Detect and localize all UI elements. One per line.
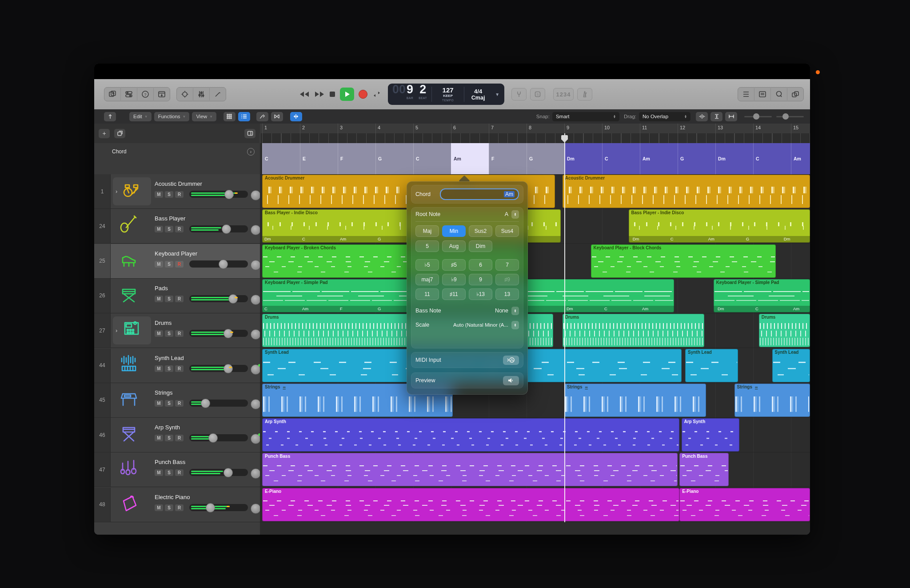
- chord-cell[interactable]: Am: [451, 143, 489, 174]
- chord-extension-button[interactable]: ♭9: [442, 274, 466, 285]
- loop-browser-icon[interactable]: [770, 88, 787, 100]
- record-button[interactable]: [359, 90, 367, 99]
- lcd-chevron-icon[interactable]: ▼: [492, 92, 503, 97]
- track-lane[interactable]: DrumsDrumsDrums: [260, 313, 810, 348]
- horizontal-zoom-icon[interactable]: [725, 112, 737, 121]
- bar-ruler[interactable]: 123456789101112131415: [260, 124, 810, 144]
- rewind-icon[interactable]: [299, 91, 310, 98]
- record-enable-button[interactable]: R: [175, 365, 184, 372]
- volume-fader[interactable]: [189, 434, 248, 441]
- mute-button[interactable]: M: [155, 261, 163, 268]
- record-enable-button[interactable]: R: [175, 400, 184, 407]
- pan-knob[interactable]: [251, 329, 261, 340]
- waveform-zoom-icon[interactable]: [696, 112, 708, 121]
- view-menu[interactable]: View∨: [192, 112, 216, 121]
- track-name[interactable]: Strings: [155, 389, 172, 396]
- mute-button[interactable]: M: [155, 365, 163, 372]
- track-name[interactable]: Pads: [155, 285, 168, 292]
- track-disclosure-icon[interactable]: ›: [116, 327, 117, 334]
- track-name[interactable]: Acoustic Drummer: [155, 180, 202, 187]
- track-name[interactable]: Arp Synth: [155, 424, 180, 431]
- pan-knob[interactable]: [251, 399, 261, 409]
- chord-cell[interactable]: G: [375, 143, 414, 174]
- track-lane[interactable]: Synth LeadSynth LeadSynth Lead: [260, 348, 810, 383]
- track-header[interactable]: 45 Strings M S R: [94, 383, 260, 418]
- library-icon[interactable]: [104, 88, 120, 100]
- midi-input-icon[interactable]: [503, 356, 519, 365]
- track-header[interactable]: 46 Arp Synth M S R: [94, 418, 260, 452]
- track-header[interactable]: 1 Acoustic Drummer M S R ›: [94, 174, 260, 209]
- chord-extension-button[interactable]: ♯5: [442, 259, 466, 271]
- track-lane[interactable]: Keyboard Player - Simple PadCAmFGDmCAmKe…: [260, 279, 810, 313]
- low-latency-icon[interactable]: [104, 112, 116, 121]
- scale-stepper[interactable]: ▲▼: [511, 321, 519, 329]
- chord-cell[interactable]: F: [338, 143, 376, 174]
- chord-extension-button[interactable]: ♯9: [495, 274, 519, 285]
- functions-menu[interactable]: Functions∨: [154, 112, 190, 121]
- chord-quality-button[interactable]: Maj: [415, 225, 439, 237]
- marquee-tool-icon[interactable]: [271, 112, 283, 121]
- record-enable-button[interactable]: R: [175, 469, 184, 476]
- chord-cell-selected[interactable]: C: [602, 143, 640, 174]
- pan-knob[interactable]: [251, 504, 261, 514]
- track-lane[interactable]: E-PianoE-Piano: [260, 488, 810, 522]
- chord-cell[interactable]: E: [300, 143, 338, 174]
- volume-fader[interactable]: [189, 400, 248, 407]
- region[interactable]: Drums: [759, 314, 810, 347]
- region[interactable]: Acoustic Drummer: [563, 175, 810, 208]
- chord-cell-selected[interactable]: G: [678, 143, 716, 174]
- solo-button[interactable]: S: [165, 261, 173, 268]
- mute-button[interactable]: M: [155, 504, 163, 511]
- chord-cell[interactable]: F: [489, 143, 527, 174]
- chord-extension-button[interactable]: 6: [469, 259, 492, 271]
- root-note-stepper[interactable]: ▲▼: [511, 210, 519, 219]
- record-enable-button[interactable]: R: [175, 296, 184, 302]
- fader-thumb[interactable]: [219, 260, 228, 269]
- track-header[interactable]: 25 Keyboard Player M S R: [94, 244, 260, 279]
- solo-button[interactable]: S: [165, 469, 173, 476]
- track-lane[interactable]: Punch BassPunch Bass: [260, 452, 810, 487]
- region[interactable]: Synth Lead: [772, 349, 810, 382]
- chord-quality-button[interactable]: Min: [442, 225, 466, 237]
- solo-button[interactable]: S: [165, 191, 173, 198]
- track-lane[interactable]: Keyboard Player - Broken ChordsKeyboard …: [260, 244, 810, 279]
- fader-thumb[interactable]: [224, 468, 233, 477]
- solo-button[interactable]: S: [165, 400, 173, 407]
- region[interactable]: Drums: [563, 314, 704, 347]
- horizontal-zoom-slider[interactable]: [776, 116, 804, 117]
- region[interactable]: Keyboard Player - Simple PadDmCAm: [714, 279, 810, 312]
- track-header[interactable]: 48 Electric Piano M S R: [94, 488, 260, 522]
- chord-quality-button[interactable]: Sus2: [469, 225, 492, 237]
- region[interactable]: Punch Bass: [679, 453, 729, 486]
- pencil-tool-icon[interactable]: [209, 88, 226, 100]
- vertical-zoom-icon[interactable]: [710, 112, 722, 121]
- volume-fader[interactable]: [189, 225, 248, 232]
- mute-button[interactable]: M: [155, 469, 163, 476]
- track-lane[interactable]: Strings∞Strings∞Strings∞: [260, 383, 810, 418]
- fader-thumb[interactable]: [224, 329, 233, 338]
- chord-track-header[interactable]: Chord ›: [94, 143, 260, 175]
- track-disclosure-icon[interactable]: ›: [116, 188, 117, 195]
- global-tracks-button[interactable]: [244, 129, 255, 138]
- fader-thumb[interactable]: [206, 503, 215, 512]
- region[interactable]: Synth Lead: [685, 349, 738, 382]
- solo-button[interactable]: S: [165, 365, 173, 372]
- volume-fader[interactable]: [189, 469, 248, 476]
- media-browser-icon[interactable]: ♪: [787, 88, 803, 100]
- tuner-icon[interactable]: [511, 88, 527, 100]
- chord-cell-selected[interactable]: C: [753, 143, 791, 174]
- mute-button[interactable]: M: [155, 435, 163, 441]
- chord-extension-button[interactable]: ♭13: [469, 288, 492, 300]
- pan-knob[interactable]: [251, 468, 261, 479]
- chord-fifth-button[interactable]: Dim: [469, 240, 492, 252]
- volume-fader[interactable]: [189, 504, 248, 511]
- chord-name-input[interactable]: Am: [440, 188, 519, 200]
- preview-speaker-icon[interactable]: [503, 376, 519, 385]
- region[interactable]: Bass Player - Indie DiscoDmCAmGDm: [629, 209, 810, 243]
- mute-button[interactable]: M: [155, 296, 163, 302]
- glue-tool-icon[interactable]: [256, 112, 268, 121]
- pan-knob[interactable]: [251, 225, 261, 235]
- chord-cell-selected[interactable]: Am: [640, 143, 678, 174]
- record-enable-button[interactable]: R: [175, 504, 184, 511]
- chord-extension-button[interactable]: 11: [415, 288, 439, 300]
